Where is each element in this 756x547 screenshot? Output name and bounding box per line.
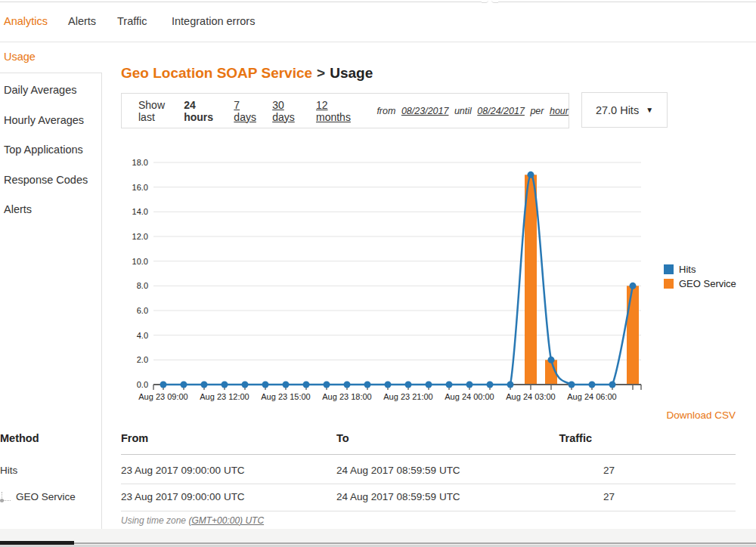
svg-text:Aug 23 21:00: Aug 23 21:00	[383, 392, 432, 401]
usage-chart: 0.02.04.06.08.010.012.014.016.018.0Aug 2…	[117, 155, 654, 408]
browser-tab-edge	[482, 0, 488, 3]
section-name: Usage	[330, 65, 373, 81]
per-hour-link[interactable]: hour	[550, 106, 569, 116]
metric-dropdown-value: 27.0 Hits	[596, 104, 639, 116]
custom-range: from 08/23/2017 until 08/24/2017 per hou…	[376, 106, 569, 116]
sidebar-item-daily-averages[interactable]: Daily Averages	[0, 73, 101, 104]
hits-swatch-icon	[664, 264, 674, 274]
table-divider	[121, 511, 736, 511]
metric-dropdown[interactable]: 27.0 Hits ▼	[581, 92, 668, 128]
svg-text:6.0: 6.0	[137, 306, 148, 315]
download-csv-link[interactable]: Download CSV	[666, 409, 736, 421]
svg-text:14.0: 14.0	[132, 207, 148, 216]
svg-text:12.0: 12.0	[132, 232, 148, 241]
until-date-link[interactable]: 08/24/2017	[477, 106, 525, 116]
table-divider	[121, 484, 736, 484]
browser-tab-edge	[491, 0, 498, 3]
cell-from: 23 Aug 2017 09:00:00 UTC	[121, 491, 245, 502]
col-header-traffic: Traffic	[559, 432, 615, 444]
legend-item-hits: Hits	[664, 262, 736, 277]
svg-text:8.0: 8.0	[137, 281, 148, 290]
until-label: until	[454, 106, 472, 116]
browser-tab-edge	[0, 2, 482, 2]
cell-to: 24 Aug 2017 08:59:59 UTC	[336, 491, 460, 502]
cell-traffic: 27	[603, 491, 615, 502]
from-label: from	[376, 106, 395, 116]
legend-item-geo-service: GEO Service	[664, 277, 736, 291]
range-7-days[interactable]: 7 days	[234, 99, 262, 123]
cell-traffic: 27	[603, 465, 615, 476]
svg-text:Aug 24 03:00: Aug 24 03:00	[506, 392, 555, 401]
col-header-to: To	[336, 432, 349, 444]
svg-text:10.0: 10.0	[132, 257, 148, 266]
table-row-hits: Hits 23 Aug 2017 09:00:00 UTC 24 Aug 201…	[0, 465, 615, 480]
nav-tab-alerts[interactable]: Alerts	[68, 15, 96, 27]
analytics-page: Analytics Alerts Traffic Integration err…	[0, 0, 756, 547]
sidebar-item-response-codes[interactable]: Response Codes	[0, 163, 101, 193]
nav-tab-analytics[interactable]: Analytics	[4, 15, 48, 27]
svg-text:0.0: 0.0	[137, 380, 148, 389]
service-name[interactable]: Geo Location SOAP Service	[121, 65, 312, 81]
table-header-row: Method From To Traffic	[0, 432, 615, 447]
page-title: Geo Location SOAP Service>Usage	[121, 65, 373, 82]
sidebar-item-usage[interactable]: Usage	[4, 51, 36, 63]
browser-tab-edge	[498, 2, 756, 2]
chevron-down-icon: ▼	[646, 106, 653, 114]
cell-to: 24 Aug 2017 08:59:59 UTC	[336, 465, 460, 476]
svg-text:Aug 23 15:00: Aug 23 15:00	[261, 392, 310, 401]
svg-text:Aug 23 18:00: Aug 23 18:00	[322, 392, 371, 401]
col-header-from: From	[121, 432, 148, 444]
timezone-link[interactable]: (GMT+00:00) UTC	[188, 515, 264, 526]
show-last-label: Show last	[138, 99, 179, 123]
time-range-filter: Show last 24 hours 7 days 30 days 12 mon…	[121, 93, 569, 128]
sidebar-item-hourly-averages[interactable]: Hourly Averages	[0, 104, 101, 134]
breadcrumb-separator: >	[312, 65, 330, 81]
legend-label-geo-service: GEO Service	[679, 278, 736, 289]
nav-tab-traffic[interactable]: Traffic	[117, 15, 147, 27]
cell-method: Hits	[0, 465, 17, 476]
svg-text:Aug 23 09:00: Aug 23 09:00	[138, 392, 187, 401]
svg-text:18.0: 18.0	[132, 158, 148, 167]
table-divider	[121, 454, 736, 455]
cell-method: GEO Service	[0, 491, 76, 502]
svg-text:16.0: 16.0	[132, 183, 148, 192]
legend-label-hits: Hits	[679, 264, 696, 275]
svg-text:Aug 24 00:00: Aug 24 00:00	[445, 392, 494, 401]
nav-tab-integration-errors[interactable]: Integration errors	[172, 15, 255, 27]
per-label: per	[530, 106, 544, 116]
tree-child-icon	[2, 492, 11, 501]
range-30-days[interactable]: 30 days	[272, 99, 305, 123]
timezone-note: Using time zone (GMT+00:00) UTC	[121, 515, 264, 526]
range-24-hours[interactable]: 24 hours	[184, 99, 223, 123]
col-header-method: Method	[0, 432, 39, 444]
from-date-link[interactable]: 08/23/2017	[401, 106, 449, 116]
svg-text:Aug 23 12:00: Aug 23 12:00	[200, 392, 249, 401]
sidebar-item-alerts[interactable]: Alerts	[0, 193, 101, 223]
geo-service-swatch-icon	[664, 279, 674, 289]
range-12-months[interactable]: 12 months	[316, 99, 360, 123]
nav-divider	[0, 42, 756, 42]
svg-text:Aug 24 06:00: Aug 24 06:00	[567, 392, 616, 401]
window-bottom-edge	[74, 542, 756, 544]
table-row-geo-service: GEO Service 23 Aug 2017 09:00:00 UTC 24 …	[0, 491, 615, 506]
svg-text:2.0: 2.0	[137, 355, 148, 364]
cell-from: 23 Aug 2017 09:00:00 UTC	[121, 465, 245, 476]
chart-legend: Hits GEO Service	[664, 262, 736, 291]
sidebar-item-top-applications[interactable]: Top Applications	[0, 133, 101, 163]
svg-text:4.0: 4.0	[137, 331, 148, 340]
